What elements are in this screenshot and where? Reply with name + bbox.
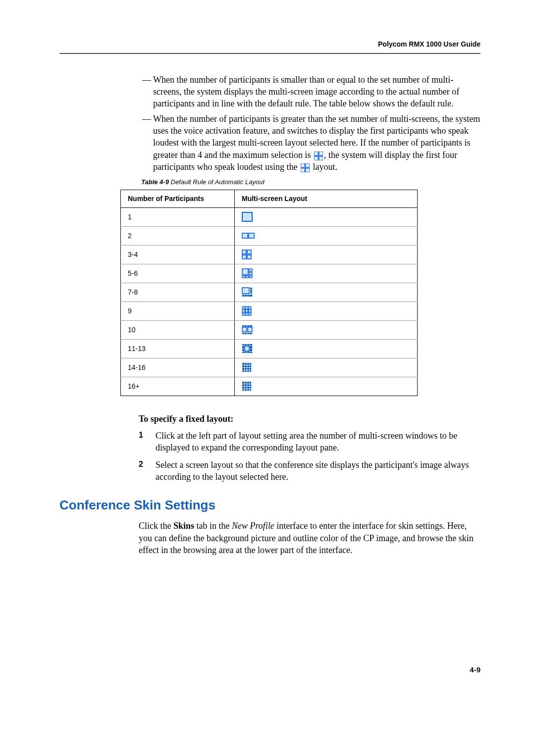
svg-rect-52 xyxy=(242,346,244,349)
svg-rect-18 xyxy=(242,276,245,278)
cell-layout xyxy=(235,283,418,302)
cell-participants: 7-8 xyxy=(121,283,235,302)
layout-4-icon xyxy=(242,250,410,259)
cell-participants: 3-4 xyxy=(121,245,235,264)
layout-2x2-icon xyxy=(314,151,323,160)
cell-layout xyxy=(235,302,418,320)
bullet-item: — When the number of participants is sma… xyxy=(141,74,481,110)
svg-rect-3 xyxy=(319,156,323,160)
svg-rect-62 xyxy=(245,363,247,365)
fixed-layout-heading: To specify a fixed layout: xyxy=(139,413,481,425)
table-row: 16+ xyxy=(121,377,418,396)
cell-participants: 5-6 xyxy=(121,264,235,283)
svg-rect-37 xyxy=(249,313,251,315)
svg-rect-70 xyxy=(245,368,247,370)
svg-rect-8 xyxy=(242,212,252,221)
svg-rect-10 xyxy=(249,233,254,238)
header-title: Polycom RMX 1000 User Guide xyxy=(59,40,481,49)
layout-1-icon xyxy=(242,212,410,222)
svg-rect-38 xyxy=(242,325,244,327)
svg-rect-11 xyxy=(242,250,246,254)
section-heading: Conference Skin Settings xyxy=(59,497,481,514)
layout-rules-table: Number of Participants Multi-screen Layo… xyxy=(120,190,418,396)
svg-rect-81 xyxy=(242,384,244,386)
table-caption: Table 4-9 Default Rule of Automatic Layo… xyxy=(141,178,481,187)
svg-rect-30 xyxy=(246,306,248,309)
svg-rect-14 xyxy=(247,255,251,259)
svg-rect-24 xyxy=(250,292,252,294)
svg-rect-80 xyxy=(250,382,251,384)
svg-rect-31 xyxy=(249,306,251,309)
svg-rect-23 xyxy=(250,290,252,292)
bullet-text: When the number of participants is small… xyxy=(153,74,481,110)
layout-2x2-icon xyxy=(301,163,310,172)
list-item: 2 Select a screen layout so that the con… xyxy=(139,459,481,483)
bullet-item: — When the number of participants is gre… xyxy=(141,113,481,173)
svg-rect-50 xyxy=(247,344,249,346)
svg-rect-92 xyxy=(250,389,251,391)
svg-rect-65 xyxy=(242,365,244,367)
cell-participants: 2 xyxy=(121,226,235,245)
table-caption-text: Default Rule of Automatic Layout xyxy=(169,178,265,186)
svg-rect-74 xyxy=(245,370,247,372)
step-text: Select a screen layout so that the confe… xyxy=(156,459,481,483)
svg-rect-22 xyxy=(250,288,252,290)
layout-16-icon xyxy=(242,362,410,372)
svg-rect-7 xyxy=(306,168,310,172)
para-seg: tab in the xyxy=(194,521,232,531)
svg-rect-59 xyxy=(250,352,252,353)
table-row: 14-16 xyxy=(121,358,418,377)
bullet-segment: layout. xyxy=(311,162,337,172)
svg-rect-68 xyxy=(250,365,251,367)
table-header-layout: Multi-screen Layout xyxy=(235,190,418,207)
svg-rect-83 xyxy=(247,384,249,386)
svg-rect-35 xyxy=(242,313,245,315)
layout-13-icon xyxy=(242,344,410,353)
svg-rect-13 xyxy=(242,255,246,259)
svg-rect-79 xyxy=(247,382,249,384)
svg-rect-9 xyxy=(242,233,248,238)
svg-rect-55 xyxy=(250,349,252,351)
bullet-dash: — xyxy=(141,74,153,110)
header-rule xyxy=(59,53,481,54)
svg-rect-5 xyxy=(306,163,310,167)
svg-rect-39 xyxy=(245,325,247,327)
svg-rect-72 xyxy=(250,368,251,370)
svg-rect-58 xyxy=(247,352,249,353)
svg-rect-46 xyxy=(247,333,249,334)
svg-rect-19 xyxy=(246,276,249,278)
table-row: 7-8 xyxy=(121,283,418,302)
svg-rect-51 xyxy=(250,344,252,346)
layout-10-icon xyxy=(242,325,410,335)
svg-rect-76 xyxy=(250,370,251,372)
svg-rect-43 xyxy=(248,327,252,332)
svg-rect-53 xyxy=(250,346,252,349)
cell-participants: 1 xyxy=(121,207,235,226)
svg-rect-32 xyxy=(242,310,245,312)
svg-rect-84 xyxy=(250,384,251,386)
table-header-participants: Number of Participants xyxy=(121,190,235,207)
table-row: 9 xyxy=(121,302,418,320)
list-item: 1 Click at the left part of layout setti… xyxy=(139,430,481,454)
svg-rect-40 xyxy=(247,325,249,327)
svg-rect-48 xyxy=(242,344,244,346)
svg-rect-71 xyxy=(247,368,249,370)
svg-rect-78 xyxy=(245,382,247,384)
svg-rect-85 xyxy=(242,387,244,389)
bullet-text: When the number of participants is great… xyxy=(153,113,481,173)
table-row: 1 xyxy=(121,207,418,226)
svg-rect-77 xyxy=(242,382,244,384)
cell-layout xyxy=(235,339,418,358)
bullet-dash: — xyxy=(141,113,153,173)
svg-rect-26 xyxy=(245,295,247,297)
svg-rect-90 xyxy=(245,389,247,391)
bullet-block: — When the number of participants is sma… xyxy=(141,74,481,173)
cell-layout xyxy=(235,207,418,226)
table-row: 2 xyxy=(121,226,418,245)
layout-2-icon xyxy=(242,233,410,239)
svg-rect-6 xyxy=(301,168,305,172)
section-paragraph: Click the Skins tab in the New Profile i… xyxy=(139,520,481,556)
cell-layout xyxy=(235,226,418,245)
step-text: Click at the left part of layout setting… xyxy=(156,430,481,454)
svg-rect-12 xyxy=(247,250,251,254)
